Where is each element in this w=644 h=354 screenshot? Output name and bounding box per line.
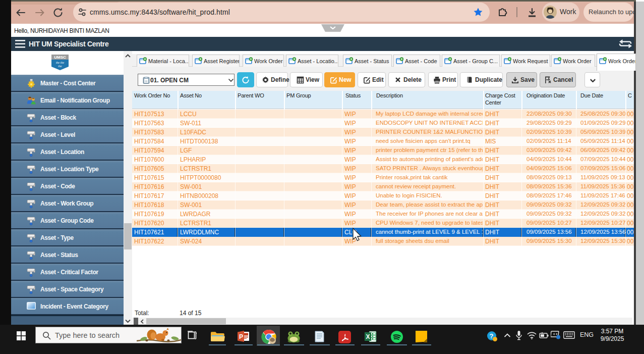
svg-text:UMSC: UMSC [54, 55, 66, 60]
svg-text:X: X [366, 333, 370, 340]
svg-text:the the: the the [56, 61, 64, 64]
svg-text:the: the [58, 65, 62, 68]
svg-text:P: P [239, 333, 243, 340]
